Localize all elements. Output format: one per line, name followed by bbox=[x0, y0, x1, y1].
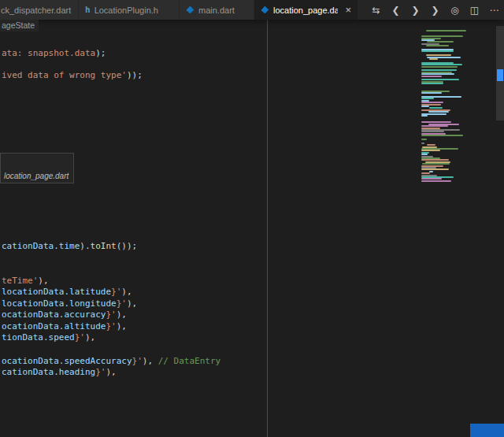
tab-bar: ck_dispatcher.darthLocationPlugin.hmain.… bbox=[0, 0, 504, 20]
minimap-line bbox=[421, 135, 463, 136]
code-token-string: ived data of wrong type' bbox=[2, 70, 127, 80]
minimap-line bbox=[421, 106, 429, 107]
go-forward-icon[interactable]: ❯ bbox=[425, 0, 445, 20]
code-line: cationData.time).toInt()); bbox=[2, 241, 137, 252]
minimap-line bbox=[421, 76, 442, 77]
code-token-plain: ), bbox=[106, 367, 116, 377]
code-token-variable: cationData.heading bbox=[2, 367, 95, 377]
code-token-plain: ), bbox=[38, 276, 48, 286]
minimap-line bbox=[426, 54, 451, 56]
code-token-variable: ocationData.accuracy bbox=[2, 309, 106, 320]
minimap-line bbox=[421, 172, 430, 174]
scrollbar[interactable] bbox=[496, 20, 504, 424]
h-file-icon: h bbox=[85, 5, 91, 15]
editor-split-divider[interactable] bbox=[267, 20, 268, 437]
code-token-string: }' bbox=[106, 309, 116, 320]
tab-label: location_page.dart bbox=[273, 6, 338, 15]
open-changes-icon[interactable]: ⇆ bbox=[366, 0, 386, 20]
tabs: ck_dispatcher.darthLocationPlugin.hmain.… bbox=[0, 0, 358, 20]
code-line: teTime'), bbox=[2, 276, 49, 287]
code-token-plain: ); bbox=[95, 48, 106, 58]
minimap-line bbox=[421, 115, 428, 117]
code-line: ocationData.altitude}'), bbox=[2, 321, 127, 332]
code-token-plain: ). bbox=[80, 241, 90, 251]
scrollbar-decoration-marker bbox=[497, 69, 503, 81]
code-token-plain: ), bbox=[85, 332, 95, 343]
minimap[interactable] bbox=[421, 28, 472, 194]
tab-label: LocationPlugin.h bbox=[94, 6, 158, 15]
code-token-variable: ocationData.speedAccuracy bbox=[2, 356, 132, 366]
code-line: locationData.latitude}'), bbox=[2, 287, 132, 298]
editor-left[interactable]: ata: snapshot.data);ived data of wrong t… bbox=[0, 20, 267, 437]
code-token-plain: ), bbox=[117, 321, 127, 331]
code-token-string: }' bbox=[95, 367, 106, 377]
minimap-line bbox=[421, 125, 448, 127]
minimap-line bbox=[426, 45, 449, 46]
run-icon[interactable]: ◎ bbox=[445, 0, 465, 20]
dart-icon bbox=[261, 6, 269, 14]
code-token-string: }' bbox=[132, 356, 143, 366]
code-token-plain: ()); bbox=[117, 241, 138, 251]
minimap-line bbox=[429, 58, 438, 60]
minimap-line bbox=[421, 64, 462, 65]
minimap-line bbox=[421, 139, 427, 140]
next-change-icon[interactable]: ❯ bbox=[406, 0, 425, 20]
code-token-string: }' bbox=[106, 321, 116, 331]
code-token-variable: cationData.time bbox=[2, 241, 80, 251]
breadcrumb-label: ageState bbox=[2, 20, 35, 30]
minimap-line bbox=[421, 66, 458, 68]
minimap-line bbox=[421, 180, 451, 182]
status-bar-corner[interactable] bbox=[470, 424, 504, 437]
minimap-line bbox=[421, 83, 443, 84]
minimap-line bbox=[421, 143, 424, 144]
code-token-comment: // DataEntry bbox=[158, 356, 220, 366]
minimap-line bbox=[427, 144, 435, 146]
tab-actions: ⇆❮❯❯◎◫⋯ bbox=[366, 0, 504, 20]
code-token-variable: locationData.latitude bbox=[2, 287, 111, 297]
code-line: cationData.heading}'), bbox=[2, 367, 117, 378]
code-line: ata: snapshot.data); bbox=[2, 48, 106, 59]
minimap-line bbox=[421, 73, 454, 75]
code-line: tionData.speed}'), bbox=[2, 332, 95, 343]
minimap-line bbox=[421, 154, 428, 155]
code-token-variable: tionData.speed bbox=[2, 332, 75, 343]
more-actions-icon[interactable]: ⋯ bbox=[484, 0, 504, 20]
code-token-plain: ), bbox=[143, 356, 158, 366]
tooltip-text: location_page.dart bbox=[4, 172, 69, 180]
tab-ck_dispatcher.dart[interactable]: ck_dispatcher.dart bbox=[0, 0, 79, 20]
minimap-line bbox=[421, 35, 463, 37]
code-token-variable: ocationData.altitude bbox=[2, 321, 106, 331]
minimap-line bbox=[421, 92, 442, 94]
code-token-function: toInt bbox=[91, 241, 117, 251]
tab-LocationPlugin.h[interactable]: hLocationPlugin.h bbox=[79, 0, 180, 20]
tab-label: main.dart bbox=[198, 6, 235, 15]
code-token-string: }' bbox=[111, 287, 121, 297]
split-editor-icon[interactable]: ◫ bbox=[465, 0, 484, 20]
dart-icon bbox=[186, 6, 195, 14]
tab-main.dart[interactable]: main.dart bbox=[180, 0, 254, 20]
file-drag-tooltip: location_page.dart bbox=[0, 153, 74, 183]
code-token-plain: ), bbox=[117, 309, 127, 320]
code-token-string: }' bbox=[117, 298, 127, 309]
tab-label: ck_dispatcher.dart bbox=[1, 6, 71, 15]
code-line: ocationData.speedAccuracy}'), // DataEnt… bbox=[2, 356, 220, 367]
minimap-line bbox=[421, 169, 449, 170]
tab-close-icon[interactable]: × bbox=[345, 5, 351, 15]
code-token-variable: locationData.longitude bbox=[2, 298, 117, 309]
breadcrumb[interactable]: ageState bbox=[0, 20, 39, 31]
tab-location_page.dart[interactable]: location_page.dart× bbox=[254, 0, 358, 20]
minimap-line bbox=[428, 111, 449, 113]
code-line: ived data of wrong type')); bbox=[2, 70, 143, 81]
code-token-string: ata: snapshot.data bbox=[2, 48, 95, 58]
code-token-plain: )); bbox=[127, 70, 143, 80]
minimap-line bbox=[426, 30, 466, 31]
code-token-string: }' bbox=[75, 332, 85, 343]
minimap-line bbox=[421, 102, 443, 103]
code-line: ocationData.accuracy}'), bbox=[2, 309, 127, 320]
previous-change-icon[interactable]: ❮ bbox=[386, 0, 406, 20]
code-token-plain: ), bbox=[121, 287, 132, 297]
code-token-plain: ), bbox=[127, 298, 137, 309]
code-line: locationData.longitude}'), bbox=[2, 298, 137, 309]
minimap-line bbox=[421, 50, 454, 52]
code-token-string: teTime' bbox=[2, 276, 38, 286]
